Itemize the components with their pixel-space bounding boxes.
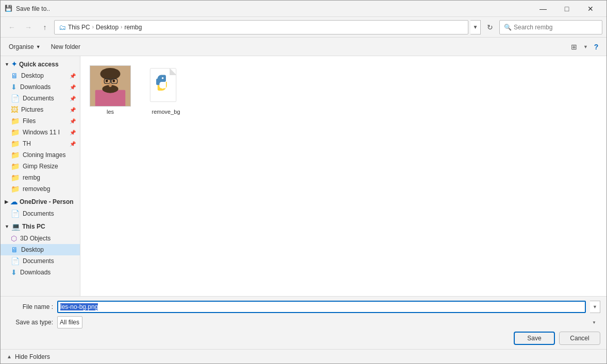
sidebar: ▼ ✦ Quick access 🖥 Desktop 📌 ⬇ Downloads… xyxy=(1,56,80,296)
windows11-pin-icon: 📌 xyxy=(70,130,76,135)
file-item-remove-bg[interactable]: remove_bg xyxy=(140,60,192,120)
hide-folders-bar[interactable]: ▲ Hide Folders xyxy=(1,349,606,363)
desktop-pin-icon: 📌 xyxy=(70,73,76,79)
breadcrumb-bar: 🗂 This PC › Desktop › rembg xyxy=(54,20,468,34)
address-bar: ← → ↑ 🗂 This PC › Desktop › rembg ▼ ↻ 🔍 xyxy=(1,17,606,38)
view-chevron-icon: ▼ xyxy=(583,44,588,49)
onedrive-header[interactable]: ▶ ☁ OneDrive - Person xyxy=(1,196,80,208)
minimize-button[interactable]: — xyxy=(531,1,555,17)
files-folder-icon: 📁 xyxy=(11,117,20,125)
3dobjects-icon: ⬡ xyxy=(11,234,17,242)
forward-button[interactable]: → xyxy=(21,20,36,34)
filename-input[interactable] xyxy=(57,301,586,313)
sidebar-item-3dobjects[interactable]: ⬡ 3D Objects xyxy=(1,233,80,244)
svg-point-10 xyxy=(109,83,112,87)
bottom-bar: File name : ▼ Save as type: All files Sa… xyxy=(1,296,606,349)
od-documents-icon: 📄 xyxy=(11,210,20,218)
sidebar-item-gimp[interactable]: 📁 Gimp Resize xyxy=(1,161,80,172)
title-bar-text: Save file to.. xyxy=(16,5,531,12)
quick-access-section: ▼ ✦ Quick access 🖥 Desktop 📌 ⬇ Downloads… xyxy=(1,58,80,195)
button-row: Save Cancel xyxy=(7,332,600,345)
pc-downloads-icon: ⬇ xyxy=(11,268,17,276)
file-item-les[interactable]: les xyxy=(85,60,136,120)
svg-point-5 xyxy=(106,80,108,82)
refresh-button[interactable]: ↻ xyxy=(483,20,497,34)
les-thumbnail xyxy=(90,65,131,107)
quick-access-header[interactable]: ▼ ✦ Quick access xyxy=(1,58,80,70)
thispc-header[interactable]: ▼ 💻 This PC xyxy=(1,220,80,233)
breadcrumb-sep2: › xyxy=(121,24,122,30)
breadcrumb-rembg[interactable]: rembg xyxy=(124,24,142,31)
close-button[interactable]: ✕ xyxy=(579,1,602,17)
documents-folder-icon: 📄 xyxy=(11,94,20,102)
quick-access-star-icon: ✦ xyxy=(11,60,17,68)
svg-point-12 xyxy=(162,77,164,79)
breadcrumb-thispc[interactable]: This PC xyxy=(68,24,90,31)
sidebar-item-downloads[interactable]: ⬇ Downloads 📌 xyxy=(1,81,80,93)
th-folder-icon: 📁 xyxy=(11,140,20,148)
back-button[interactable]: ← xyxy=(5,20,19,34)
onedrive-cloud-icon: ☁ xyxy=(10,198,18,206)
dialog-icon: 💾 xyxy=(5,5,13,13)
breadcrumb-sep1: › xyxy=(92,24,94,30)
search-input[interactable] xyxy=(514,24,598,31)
hide-folders-chevron-icon: ▲ xyxy=(7,354,12,359)
file-icon-les xyxy=(90,65,131,107)
pc-desktop-icon: 🖥 xyxy=(11,246,18,254)
sidebar-item-pc-downloads[interactable]: ⬇ Downloads xyxy=(1,267,80,278)
desktop-folder-icon: 🖥 xyxy=(11,72,18,80)
onedrive-chevron-icon: ▶ xyxy=(5,199,8,204)
sidebar-item-pc-documents[interactable]: 📄 Documents xyxy=(1,255,80,267)
sidebar-item-rembg[interactable]: 📁 rembg xyxy=(1,172,80,183)
rembg-folder-icon: 📁 xyxy=(11,174,20,182)
filename-label: File name : xyxy=(7,303,53,310)
hide-folders-label: Hide Folders xyxy=(15,353,50,360)
file-grid: les xyxy=(85,60,602,120)
savetype-wrapper: All files xyxy=(57,316,600,328)
maximize-button[interactable]: □ xyxy=(555,1,579,17)
savetype-label: Save as type: xyxy=(7,319,53,326)
filename-row: File name : ▼ xyxy=(7,301,600,313)
sidebar-item-files[interactable]: 📁 Files 📌 xyxy=(1,115,80,127)
th-pin-icon: 📌 xyxy=(70,141,76,147)
organise-button[interactable]: Organise ▼ xyxy=(5,40,45,54)
breadcrumb-desktop[interactable]: Desktop xyxy=(96,24,119,31)
organise-chevron-icon: ▼ xyxy=(36,44,41,49)
address-dropdown[interactable]: ▼ xyxy=(470,20,481,34)
documents-pin-icon: 📌 xyxy=(70,96,76,101)
filename-dropdown[interactable]: ▼ xyxy=(590,301,600,313)
cloning-folder-icon: 📁 xyxy=(11,151,20,159)
save-dialog: 💾 Save file to.. — □ ✕ ← → ↑ 🗂 This PC ›… xyxy=(0,0,607,364)
toolbar: Organise ▼ New folder ⊞ ▼ ? xyxy=(1,38,606,56)
files-pin-icon: 📌 xyxy=(70,118,76,124)
help-button[interactable]: ? xyxy=(590,41,602,53)
new-folder-button[interactable]: New folder xyxy=(47,40,85,54)
savetype-select[interactable]: All files xyxy=(57,316,82,328)
quick-access-chevron-icon: ▼ xyxy=(5,62,9,67)
downloads-pin-icon: 📌 xyxy=(70,84,76,90)
file-area: les xyxy=(80,56,606,296)
sidebar-item-documents[interactable]: 📄 Documents 📌 xyxy=(1,93,80,104)
sidebar-item-od-documents[interactable]: 📄 Documents xyxy=(1,208,80,219)
removebg-folder-icon: 📁 xyxy=(11,185,20,193)
sidebar-item-pictures[interactable]: 🖼 Pictures 📌 xyxy=(1,104,80,115)
sidebar-item-cloning[interactable]: 📁 Cloning Images xyxy=(1,149,80,161)
pictures-folder-icon: 🖼 xyxy=(11,106,18,114)
up-button[interactable]: ↑ xyxy=(38,20,52,34)
breadcrumb-folder-icon: 🗂 xyxy=(59,23,66,31)
sidebar-item-removebg[interactable]: 📁 removebg xyxy=(1,183,80,195)
title-bar: 💾 Save file to.. — □ ✕ xyxy=(1,1,606,17)
save-button[interactable]: Save xyxy=(514,332,555,345)
sidebar-item-windows11[interactable]: 📁 Windows 11 I 📌 xyxy=(1,127,80,138)
sidebar-item-th[interactable]: 📁 TH 📌 xyxy=(1,138,80,149)
search-box: 🔍 xyxy=(499,20,602,34)
sidebar-item-desktop[interactable]: 🖥 Desktop 📌 xyxy=(1,70,80,81)
title-bar-controls: — □ ✕ xyxy=(531,1,602,17)
file-label-remove-bg: remove_bg xyxy=(151,109,180,115)
cancel-button[interactable]: Cancel xyxy=(559,332,600,345)
onedrive-section: ▶ ☁ OneDrive - Person 📄 Documents xyxy=(1,196,80,219)
sidebar-item-pc-desktop[interactable]: 🖥 Desktop xyxy=(1,244,80,255)
search-icon: 🔍 xyxy=(504,24,512,31)
view-button[interactable]: ⊞ xyxy=(567,40,581,54)
windows11-folder-icon: 📁 xyxy=(11,128,20,136)
